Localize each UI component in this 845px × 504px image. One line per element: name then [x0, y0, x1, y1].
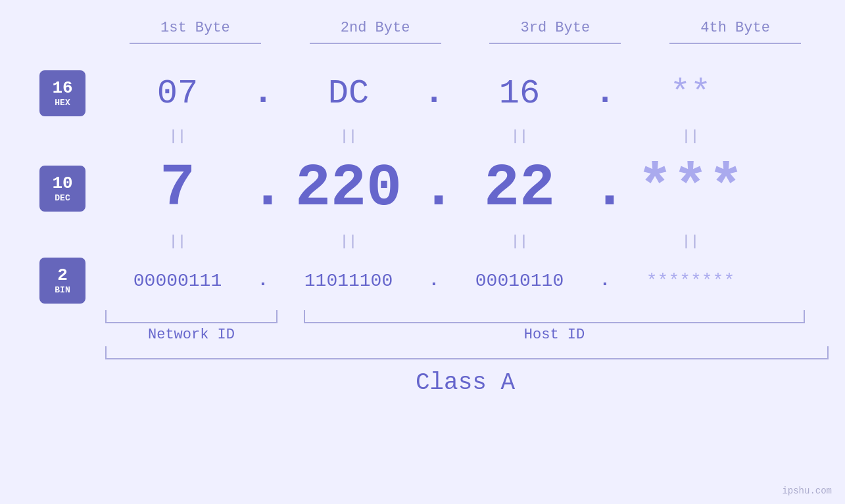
- dec-byte2: 220: [276, 155, 421, 222]
- bin-byte3: 00010110: [447, 271, 592, 291]
- bottom-brackets-container: [20, 310, 825, 323]
- header-byte3: 3rd Byte: [483, 20, 627, 36]
- hex-values: 07 . DC . 16 . **: [105, 74, 825, 113]
- top-brackets: [20, 43, 825, 44]
- bin-label-col: 2 BIN: [39, 258, 105, 304]
- eq-byte3-1: ||: [447, 128, 592, 145]
- hex-byte1: 07: [105, 74, 250, 113]
- hex-byte4: **: [618, 74, 763, 113]
- dec-byte3: 22: [447, 155, 592, 222]
- hex-base-label: 16 HEX: [39, 70, 85, 116]
- bracket-byte2: [310, 43, 441, 44]
- dec-dot3: .: [592, 159, 618, 218]
- bin-byte1: 00000111: [105, 271, 250, 291]
- header-byte2: 2nd Byte: [303, 20, 448, 36]
- eq-byte1-2: ||: [105, 233, 250, 250]
- hex-label-col: 16 HEX: [39, 70, 105, 116]
- header-byte4: 4th Byte: [663, 20, 808, 36]
- bracket-byte3: [489, 43, 621, 44]
- bin-byte4: ********: [618, 271, 763, 291]
- network-id-bracket: [105, 310, 278, 323]
- hex-dot3: .: [592, 76, 618, 110]
- dec-label-col: 10 DEC: [39, 166, 105, 212]
- segment-labels: Network ID Host ID: [20, 327, 825, 343]
- watermark: ipshu.com: [782, 486, 832, 496]
- bracket-byte1: [130, 43, 261, 44]
- network-id-label: Network ID: [105, 327, 278, 343]
- eq-byte4-2: ||: [618, 233, 763, 250]
- main-container: 1st Byte 2nd Byte 3rd Byte 4th Byte 16 H…: [0, 0, 845, 504]
- hex-dot2: .: [421, 76, 447, 110]
- byte-headers: 1st Byte 2nd Byte 3rd Byte 4th Byte: [20, 0, 825, 36]
- class-section: Class A: [20, 369, 825, 396]
- equals-row-1: || || || ||: [20, 123, 825, 149]
- bracket-byte4: [669, 43, 801, 44]
- eq-byte2-2: ||: [276, 233, 421, 250]
- bin-dot2: .: [421, 271, 447, 290]
- host-id-bracket: [304, 310, 805, 323]
- eq-byte4-1: ||: [618, 128, 763, 145]
- hex-dot1: .: [250, 76, 276, 110]
- eq-byte1-1: ||: [105, 128, 250, 145]
- dec-row: 10 DEC 7 . 220 . 22 . ***: [20, 149, 825, 228]
- bin-row: 2 BIN 00000111 . 11011100 . 00010110 . *…: [20, 254, 825, 307]
- dec-dot1: .: [250, 159, 276, 218]
- dec-base-label: 10 DEC: [39, 166, 85, 212]
- bin-base-label: 2 BIN: [39, 258, 85, 304]
- eq-byte3-2: ||: [447, 233, 592, 250]
- eq-byte2-1: ||: [276, 128, 421, 145]
- hex-byte3: 16: [447, 74, 592, 113]
- class-label: Class A: [129, 369, 802, 396]
- header-byte1: 1st Byte: [123, 20, 268, 36]
- equals-row-2: || || || ||: [20, 228, 825, 254]
- bin-byte2: 11011100: [276, 271, 421, 291]
- hex-row: 16 HEX 07 . DC . 16 . **: [20, 64, 825, 123]
- host-id-label: Host ID: [304, 327, 805, 343]
- full-bottom-bracket: [105, 346, 829, 359]
- dec-dot2: .: [421, 159, 447, 218]
- bin-dot3: .: [592, 271, 618, 290]
- hex-byte2: DC: [276, 74, 421, 113]
- bracket-gap: [278, 310, 304, 323]
- dec-byte1: 7: [105, 155, 250, 222]
- bin-dot1: .: [250, 271, 276, 290]
- dec-byte4: ***: [618, 155, 763, 222]
- dec-values: 7 . 220 . 22 . ***: [105, 155, 825, 222]
- bin-values: 00000111 . 11011100 . 00010110 . *******…: [105, 271, 825, 291]
